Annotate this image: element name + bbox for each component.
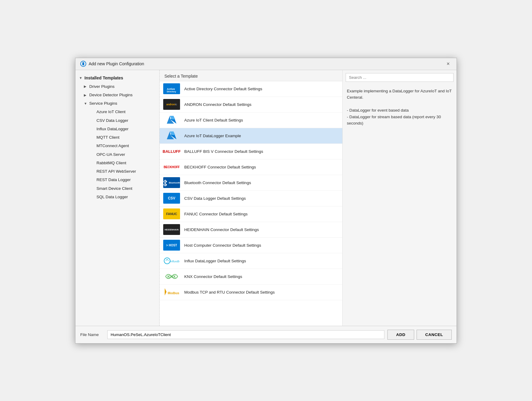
template-name: Azure IoT Client Default Settings — [184, 118, 243, 122]
template-name: Host Computer Connector Default Settings — [184, 243, 261, 248]
close-button[interactable]: × — [445, 60, 452, 67]
template-item-azure-iot-datalogger[interactable]: Azure IoT DataLogger Example — [160, 128, 342, 144]
tree-item-sql-data-logger[interactable]: SQL Data Logger — [75, 193, 159, 201]
tree-item-label: REST Data Logger — [96, 177, 131, 183]
svg-marker-12 — [170, 131, 175, 135]
tree-item-service-plugins[interactable]: ▼Service Plugins — [75, 99, 159, 108]
logo-knx: KNX — [163, 271, 180, 282]
tree-item-label: OPC-UA Server — [96, 152, 125, 158]
plugin-icon — [80, 61, 86, 67]
tree-item-opc-ua-server[interactable]: OPC-UA Server — [75, 150, 159, 159]
logo-andronic: andronic — [163, 99, 180, 110]
tree-arrow-icon: ▼ — [79, 76, 83, 81]
tree-arrow-icon: ▶ — [84, 84, 88, 89]
template-item-andronic[interactable]: andronic ANDRON Connector Default Settin… — [160, 97, 342, 113]
template-header: Select a Template — [160, 70, 342, 81]
tree-item-rabbitmq-client[interactable]: RabbitMQ Client — [75, 159, 159, 167]
tree-item-mtconnect-agent[interactable]: MTConnect Agent — [75, 142, 159, 150]
svg-point-13 — [164, 258, 170, 264]
balluff-logo: BALLUFF — [163, 146, 180, 157]
logo-active-directory: Active Directory — [163, 83, 180, 94]
template-item-host[interactable]: > HOSTHost Computer Connector Default Se… — [160, 238, 342, 253]
template-item-bluetooth[interactable]: Bluetooth Bluetooth Connector Default Se… — [160, 175, 342, 191]
cancel-button[interactable]: CANCEL — [417, 330, 452, 340]
csv-logo: CSV — [163, 193, 180, 204]
logo-azure-iot-datalogger — [163, 130, 180, 141]
template-name: BECKHOFF Connector Default Settings — [184, 165, 256, 169]
action-buttons: ADD CANCEL — [387, 330, 452, 340]
filename-input[interactable] — [107, 330, 384, 339]
right-panel: Example implementing a DataLogger for Az… — [342, 70, 457, 326]
template-item-heidenhain[interactable]: HEIDENHAINHEIDENHAIN Connector Default S… — [160, 222, 342, 238]
bluetooth-logo: Bluetooth — [163, 177, 180, 188]
azure-logo — [166, 115, 178, 125]
template-name: KNX Connector Default Settings — [184, 274, 242, 279]
svg-text:influxdb: influxdb — [170, 260, 179, 263]
template-name: Active Directory Connector Default Setti… — [184, 87, 262, 91]
logo-host: > HOST — [163, 240, 180, 251]
tree-item-label: CSV Data Logger — [96, 118, 128, 124]
template-item-knx[interactable]: KNX KNX Connector Default Settings — [160, 269, 342, 285]
tree-item-influx-datalogger[interactable]: Influx DataLogger — [75, 125, 159, 133]
template-item-active-directory[interactable]: Active Directory Active Directory Connec… — [160, 81, 342, 97]
influx-logo: influxdb — [163, 255, 180, 266]
logo-beckhoff: BECKHOFF — [163, 162, 180, 172]
tree-item-label: REST API WebServer — [96, 168, 136, 174]
tree-arrow-icon: ▼ — [84, 101, 88, 106]
tree-item-smart-device-client[interactable]: Smart Device Client — [75, 184, 159, 193]
modbus-logo: Modbus — [163, 287, 180, 298]
add-button[interactable]: ADD — [387, 330, 414, 340]
andronic-logo: andronic — [163, 99, 180, 110]
tree-item-label: Driver Plugins — [89, 84, 115, 90]
logo-balluff: BALLUFF — [163, 146, 180, 157]
tree-item-csv-data-logger[interactable]: CSV Data Logger — [75, 116, 159, 125]
template-name: BALLUFF BIS V Connector Default Settings — [184, 149, 263, 154]
dialog-title: Add new Plugin Configuration — [89, 61, 144, 66]
template-name: HEIDENHAIN Connector Default Settings — [184, 227, 259, 232]
svg-text:Modbus: Modbus — [168, 291, 179, 295]
tree-item-rest-data-logger[interactable]: REST Data Logger — [75, 176, 159, 184]
tree-item-rest-api-webserver[interactable]: REST API WebServer — [75, 167, 159, 176]
tree-item-label: Smart Device Client — [96, 186, 132, 192]
tree-item-driver-plugins[interactable]: ▶Driver Plugins — [75, 82, 159, 91]
template-item-csv[interactable]: CSVCSV Data Logger Default Settings — [160, 191, 342, 206]
template-name: CSV Data Logger Default Settings — [184, 196, 246, 201]
template-item-influx[interactable]: influxdb Influx DataLogger Default Setti… — [160, 253, 342, 269]
template-item-fanuc[interactable]: FANUCFANUC Connector Default Settings — [160, 206, 342, 222]
tree-item-label: Device Detector Plugins — [89, 92, 133, 98]
template-name: ANDRON Connector Default Settings — [184, 102, 252, 107]
description-area: Example implementing a DataLogger for Az… — [343, 84, 457, 130]
svg-text:KNX: KNX — [167, 274, 176, 279]
tree-item-installed-templates[interactable]: ▼Installed Templates — [75, 74, 159, 82]
tree-section: ▼Installed Templates▶Driver Plugins▶Devi… — [75, 72, 159, 203]
logo-influx: influxdb — [163, 255, 180, 266]
left-panel: ▼Installed Templates▶Driver Plugins▶Devi… — [75, 70, 160, 326]
beckhoff-logo: BECKHOFF — [163, 162, 180, 172]
tree-item-azure-iot-client[interactable]: Azure IoT Client — [75, 108, 159, 116]
tree-arrow-icon: ▶ — [84, 93, 88, 98]
knx-logo: KNX — [163, 271, 180, 282]
host-logo: > HOST — [163, 240, 180, 251]
svg-rect-1 — [82, 62, 84, 65]
ad-logo: Active Directory — [163, 83, 180, 94]
logo-csv: CSV — [163, 193, 180, 204]
azure-logo — [166, 130, 178, 141]
search-input[interactable] — [346, 73, 454, 82]
template-name: Azure IoT DataLogger Example — [184, 134, 241, 138]
tree-item-label: MQTT Client — [96, 134, 119, 140]
tree-item-device-detector-plugins[interactable]: ▶Device Detector Plugins — [75, 91, 159, 99]
svg-text:Active: Active — [167, 88, 175, 91]
dialog: Add new Plugin Configuration × ▼Installe… — [75, 58, 457, 344]
template-item-beckhoff[interactable]: BECKHOFFBECKHOFF Connector Default Setti… — [160, 159, 342, 175]
svg-marker-16 — [165, 288, 167, 295]
template-item-azure-iot-client[interactable]: Azure IoT Client Default Settings — [160, 113, 342, 128]
heidenhain-logo: HEIDENHAIN — [163, 224, 180, 235]
template-item-modbus[interactable]: Modbus Modbus TCP and RTU Connector Defa… — [160, 285, 342, 300]
tree-item-label: Azure IoT Client — [96, 109, 126, 115]
logo-heidenhain: HEIDENHAIN — [163, 224, 180, 235]
tree-item-mqtt-client[interactable]: MQTT Client — [75, 133, 159, 142]
tree-item-label: SQL Data Logger — [96, 194, 128, 200]
logo-modbus: Modbus — [163, 287, 180, 298]
template-name: Modbus TCP and RTU Connector Default Set… — [184, 290, 275, 295]
template-item-balluff[interactable]: BALLUFFBALLUFF BIS V Connector Default S… — [160, 144, 342, 159]
